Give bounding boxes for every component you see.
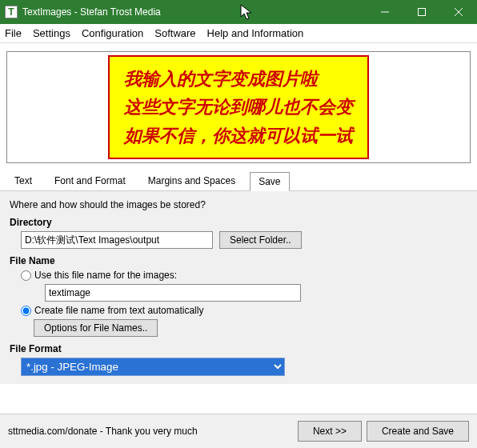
close-button[interactable] bbox=[440, 0, 477, 24]
tab-save[interactable]: Save bbox=[250, 172, 289, 191]
footer: sttmedia.com/donate - Thank you very muc… bbox=[0, 414, 477, 448]
filename-input[interactable] bbox=[45, 284, 301, 302]
save-panel: Where and how should the images be store… bbox=[0, 191, 477, 384]
menu-settings[interactable]: Settings bbox=[33, 27, 70, 39]
use-filename-label: Use this file name for the images: bbox=[34, 270, 177, 281]
menu-configuration[interactable]: Configuration bbox=[82, 27, 143, 39]
filename-label: File Name bbox=[10, 255, 467, 266]
maximize-button[interactable] bbox=[403, 0, 440, 24]
preview-image: 我输入的文字变成图片啦 这些文字无论到哪儿也不会变 如果不信，你这就可以试一试 bbox=[108, 55, 369, 159]
auto-filename-label: Create file name from text automatically bbox=[34, 305, 203, 316]
menubar: File Settings Configuration Software Hel… bbox=[0, 24, 477, 43]
window-title: TextImages - Stefan Trost Media bbox=[22, 6, 367, 18]
donate-message: sttmedia.com/donate - Thank you very muc… bbox=[8, 426, 293, 437]
fileformat-label: File Format bbox=[10, 343, 467, 354]
save-prompt: Where and how should the images be store… bbox=[10, 199, 467, 210]
select-folder-button[interactable]: Select Folder.. bbox=[219, 231, 302, 249]
directory-input[interactable] bbox=[21, 231, 213, 249]
app-icon: T bbox=[5, 6, 18, 18]
tab-text[interactable]: Text bbox=[6, 172, 40, 190]
use-filename-radio[interactable] bbox=[21, 270, 31, 281]
menu-help[interactable]: Help and Information bbox=[207, 27, 304, 39]
minimize-button[interactable] bbox=[367, 0, 403, 24]
create-save-button[interactable]: Create and Save bbox=[367, 421, 469, 442]
next-button[interactable]: Next >> bbox=[298, 421, 362, 442]
preview-line-1: 我输入的文字变成图片啦 bbox=[124, 65, 353, 93]
filename-options-button[interactable]: Options for File Names.. bbox=[34, 319, 158, 337]
fileformat-select[interactable]: *.jpg - JPEG-Image bbox=[21, 358, 285, 376]
svg-rect-1 bbox=[419, 9, 426, 16]
menu-file[interactable]: File bbox=[5, 27, 22, 39]
directory-label: Directory bbox=[10, 217, 467, 228]
tabs: Text Font and Format Margins and Spaces … bbox=[0, 168, 477, 191]
preview-line-2: 这些文字无论到哪儿也不会变 bbox=[124, 93, 353, 121]
preview-frame: 我输入的文字变成图片啦 这些文字无论到哪儿也不会变 如果不信，你这就可以试一试 bbox=[6, 51, 471, 163]
preview-line-3: 如果不信，你这就可以试一试 bbox=[124, 122, 353, 150]
tab-margins[interactable]: Margins and Spaces bbox=[140, 172, 243, 190]
tab-font[interactable]: Font and Format bbox=[46, 172, 134, 190]
menu-software[interactable]: Software bbox=[154, 27, 195, 39]
auto-filename-radio[interactable] bbox=[21, 306, 31, 316]
